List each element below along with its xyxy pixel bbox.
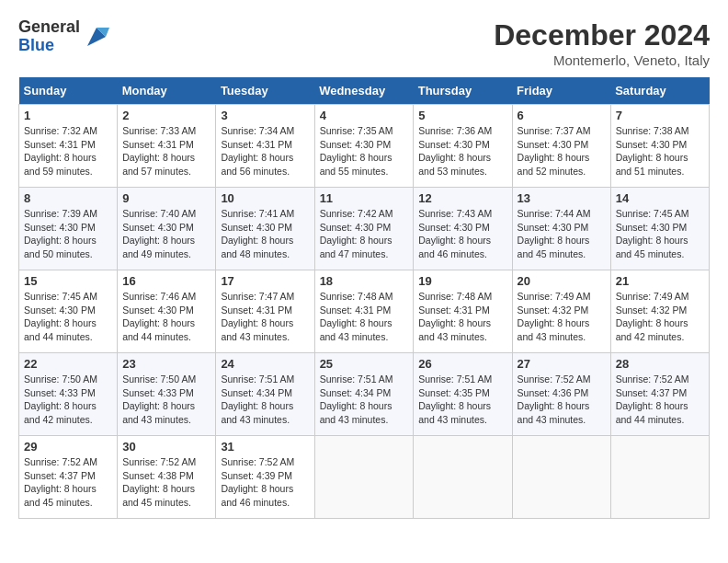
day-info: Sunrise: 7:37 AMSunset: 4:30 PMDaylight:…: [518, 124, 606, 178]
calendar-day-cell: 16Sunrise: 7:46 AMSunset: 4:30 PMDayligh…: [118, 270, 216, 353]
location: Montemerlo, Veneto, Italy: [494, 52, 710, 68]
calendar-day-cell: 6Sunrise: 7:37 AMSunset: 4:30 PMDaylight…: [512, 105, 610, 188]
calendar-week-row: 29Sunrise: 7:52 AMSunset: 4:37 PMDayligh…: [19, 436, 710, 519]
calendar-day-cell: 25Sunrise: 7:51 AMSunset: 4:34 PMDayligh…: [314, 353, 414, 436]
day-number: 18: [320, 274, 409, 288]
logo: General Blue: [18, 18, 109, 55]
day-info: Sunrise: 7:43 AMSunset: 4:30 PMDaylight:…: [418, 207, 506, 261]
day-of-week-header: Sunday: [19, 77, 118, 105]
day-info: Sunrise: 7:51 AMSunset: 4:34 PMDaylight:…: [221, 373, 309, 427]
calendar-day-cell: 18Sunrise: 7:48 AMSunset: 4:31 PMDayligh…: [314, 270, 414, 353]
day-number: 21: [616, 274, 704, 288]
calendar-day-cell: [610, 436, 709, 519]
day-info: Sunrise: 7:52 AMSunset: 4:38 PMDaylight:…: [122, 455, 210, 510]
day-number: 25: [320, 357, 409, 371]
logo-icon: [84, 24, 109, 50]
day-number: 17: [221, 274, 309, 288]
day-info: Sunrise: 7:40 AMSunset: 4:30 PMDaylight:…: [122, 207, 210, 261]
day-number: 8: [24, 191, 112, 205]
day-number: 6: [518, 109, 606, 122]
day-number: 28: [616, 357, 704, 371]
day-info: Sunrise: 7:50 AMSunset: 4:33 PMDaylight:…: [24, 373, 112, 427]
day-of-week-header: Thursday: [414, 77, 512, 105]
day-info: Sunrise: 7:50 AMSunset: 4:33 PMDaylight:…: [122, 373, 210, 427]
calendar-day-cell: 2Sunrise: 7:33 AMSunset: 4:31 PMDaylight…: [118, 105, 216, 188]
calendar-day-cell: [314, 436, 414, 519]
day-number: 10: [221, 191, 309, 205]
day-of-week-header: Wednesday: [314, 77, 414, 105]
calendar-day-cell: 31Sunrise: 7:52 AMSunset: 4:39 PMDayligh…: [216, 436, 314, 519]
day-info: Sunrise: 7:36 AMSunset: 4:30 PMDaylight:…: [418, 124, 506, 178]
day-info: Sunrise: 7:48 AMSunset: 4:31 PMDaylight:…: [320, 290, 409, 344]
calendar-day-cell: 12Sunrise: 7:43 AMSunset: 4:30 PMDayligh…: [414, 188, 512, 270]
day-number: 1: [24, 109, 112, 122]
calendar-day-cell: 21Sunrise: 7:49 AMSunset: 4:32 PMDayligh…: [610, 270, 709, 353]
calendar-day-cell: 28Sunrise: 7:52 AMSunset: 4:37 PMDayligh…: [610, 353, 709, 436]
calendar-day-cell: 4Sunrise: 7:35 AMSunset: 4:30 PMDaylight…: [314, 105, 414, 188]
day-number: 19: [418, 274, 506, 288]
calendar-week-row: 1Sunrise: 7:32 AMSunset: 4:31 PMDaylight…: [19, 105, 710, 188]
day-info: Sunrise: 7:47 AMSunset: 4:31 PMDaylight:…: [221, 290, 309, 344]
day-number: 14: [616, 191, 704, 205]
calendar-day-cell: 15Sunrise: 7:45 AMSunset: 4:30 PMDayligh…: [19, 270, 118, 353]
day-of-week-header: Friday: [512, 77, 610, 105]
calendar-day-cell: 14Sunrise: 7:45 AMSunset: 4:30 PMDayligh…: [610, 188, 709, 270]
calendar-table: SundayMondayTuesdayWednesdayThursdayFrid…: [18, 77, 710, 519]
calendar-day-cell: [512, 436, 610, 519]
day-number: 3: [221, 109, 309, 122]
calendar-day-cell: 26Sunrise: 7:51 AMSunset: 4:35 PMDayligh…: [414, 353, 512, 436]
day-number: 15: [24, 274, 112, 288]
calendar-day-cell: 22Sunrise: 7:50 AMSunset: 4:33 PMDayligh…: [19, 353, 118, 436]
day-number: 23: [122, 357, 210, 371]
day-info: Sunrise: 7:51 AMSunset: 4:34 PMDaylight:…: [320, 373, 409, 427]
calendar-day-cell: 7Sunrise: 7:38 AMSunset: 4:30 PMDaylight…: [610, 105, 709, 188]
day-number: 16: [122, 274, 210, 288]
day-number: 4: [320, 109, 409, 122]
day-info: Sunrise: 7:44 AMSunset: 4:30 PMDaylight:…: [518, 207, 606, 261]
day-number: 13: [518, 191, 606, 205]
day-info: Sunrise: 7:46 AMSunset: 4:30 PMDaylight:…: [122, 290, 210, 344]
calendar-day-cell: 1Sunrise: 7:32 AMSunset: 4:31 PMDaylight…: [19, 105, 118, 188]
logo-general-text: General: [18, 18, 80, 37]
calendar-day-cell: 23Sunrise: 7:50 AMSunset: 4:33 PMDayligh…: [118, 353, 216, 436]
day-number: 12: [418, 191, 506, 205]
day-info: Sunrise: 7:34 AMSunset: 4:31 PMDaylight:…: [221, 124, 309, 178]
day-info: Sunrise: 7:32 AMSunset: 4:31 PMDaylight:…: [24, 124, 112, 178]
day-info: Sunrise: 7:52 AMSunset: 4:36 PMDaylight:…: [518, 373, 606, 427]
day-number: 22: [24, 357, 112, 371]
calendar-week-row: 15Sunrise: 7:45 AMSunset: 4:30 PMDayligh…: [19, 270, 710, 353]
calendar-day-cell: 3Sunrise: 7:34 AMSunset: 4:31 PMDaylight…: [216, 105, 314, 188]
calendar-day-cell: 24Sunrise: 7:51 AMSunset: 4:34 PMDayligh…: [216, 353, 314, 436]
day-info: Sunrise: 7:52 AMSunset: 4:37 PMDaylight:…: [616, 373, 704, 427]
calendar-day-cell: 9Sunrise: 7:40 AMSunset: 4:30 PMDaylight…: [118, 188, 216, 270]
day-info: Sunrise: 7:38 AMSunset: 4:30 PMDaylight:…: [616, 124, 704, 178]
day-info: Sunrise: 7:52 AMSunset: 4:37 PMDaylight:…: [24, 455, 112, 510]
day-info: Sunrise: 7:45 AMSunset: 4:30 PMDaylight:…: [616, 207, 704, 261]
day-info: Sunrise: 7:42 AMSunset: 4:30 PMDaylight:…: [320, 207, 409, 261]
day-info: Sunrise: 7:48 AMSunset: 4:31 PMDaylight:…: [418, 290, 506, 344]
day-number: 2: [122, 109, 210, 122]
day-number: 11: [320, 191, 409, 205]
calendar-day-cell: 5Sunrise: 7:36 AMSunset: 4:30 PMDaylight…: [414, 105, 512, 188]
title-block: December 2024 Montemerlo, Veneto, Italy: [494, 18, 710, 68]
day-info: Sunrise: 7:49 AMSunset: 4:32 PMDaylight:…: [616, 290, 704, 344]
day-of-week-header: Monday: [118, 77, 216, 105]
day-number: 29: [24, 440, 112, 454]
day-of-week-header: Tuesday: [216, 77, 314, 105]
day-number: 24: [221, 357, 309, 371]
calendar-day-cell: 11Sunrise: 7:42 AMSunset: 4:30 PMDayligh…: [314, 188, 414, 270]
calendar-day-cell: 30Sunrise: 7:52 AMSunset: 4:38 PMDayligh…: [118, 436, 216, 519]
calendar-week-row: 8Sunrise: 7:39 AMSunset: 4:30 PMDaylight…: [19, 188, 710, 270]
logo-blue-text: Blue: [18, 37, 80, 55]
calendar-day-cell: 20Sunrise: 7:49 AMSunset: 4:32 PMDayligh…: [512, 270, 610, 353]
day-number: 26: [418, 357, 506, 371]
day-info: Sunrise: 7:33 AMSunset: 4:31 PMDaylight:…: [122, 124, 210, 178]
day-number: 9: [122, 191, 210, 205]
day-number: 20: [518, 274, 606, 288]
calendar-week-row: 22Sunrise: 7:50 AMSunset: 4:33 PMDayligh…: [19, 353, 710, 436]
day-number: 5: [418, 109, 506, 122]
day-info: Sunrise: 7:51 AMSunset: 4:35 PMDaylight:…: [418, 373, 506, 427]
calendar-day-cell: 27Sunrise: 7:52 AMSunset: 4:36 PMDayligh…: [512, 353, 610, 436]
calendar-day-cell: 19Sunrise: 7:48 AMSunset: 4:31 PMDayligh…: [414, 270, 512, 353]
day-info: Sunrise: 7:52 AMSunset: 4:39 PMDaylight:…: [221, 455, 309, 510]
